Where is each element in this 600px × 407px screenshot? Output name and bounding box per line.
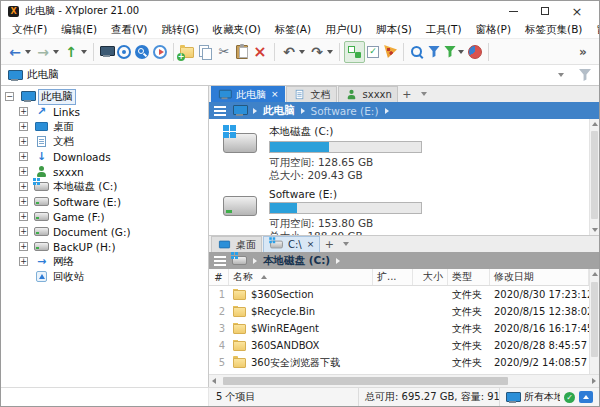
table-row[interactable]: 4360SANDBOX文件夹2020/8/28 8:45:57: [209, 337, 589, 354]
hotlist-button[interactable]: [115, 41, 133, 63]
scrollbar-thumb[interactable]: [591, 131, 598, 219]
paste-button[interactable]: [234, 41, 250, 63]
tree-toggle-button[interactable]: [344, 41, 365, 63]
new-tab-button[interactable]: +: [321, 236, 337, 252]
table-row[interactable]: 3$WinREAgent文件夹2020/8/16 16:17:45: [209, 320, 589, 337]
go-button[interactable]: [151, 41, 169, 63]
tab-list-dropdown-icon[interactable]: [338, 236, 354, 252]
column-header[interactable]: 名称: [229, 269, 373, 285]
tree-item[interactable]: +↓Downloads: [1, 149, 208, 164]
tree-item[interactable]: +Game (F:): [1, 209, 208, 224]
pizza-button[interactable]: [381, 41, 399, 63]
scroll-down-icon[interactable]: [592, 228, 598, 232]
address-dropdown-icon[interactable]: [558, 73, 564, 77]
tree-item[interactable]: +本地磁盘 (C:): [1, 179, 208, 194]
tree-item[interactable]: +→网络: [1, 254, 208, 269]
dropdown-caret-icon[interactable]: [327, 50, 333, 54]
breadcrumb-segment[interactable]: Software (E:): [311, 105, 379, 117]
tab-list-dropdown-icon[interactable]: [416, 86, 432, 102]
menu-item-0[interactable]: 文件(F): [5, 23, 54, 37]
drive-item[interactable]: 本地磁盘 (C:)可用空间: 128.65 GB总大小: 209.43 GB: [209, 119, 589, 182]
table-row[interactable]: 2$Recycle.Bin文件夹2020/8/15 12:38:02: [209, 303, 589, 320]
tree-expander-icon[interactable]: +: [19, 197, 28, 206]
dropdown-caret-icon[interactable]: [25, 50, 31, 54]
breadcrumb-segment[interactable]: 本地磁盘 (C:): [263, 254, 330, 268]
menu-item-8[interactable]: 工具(T): [419, 23, 469, 37]
scroll-right-icon[interactable]: [592, 378, 596, 384]
tree-item[interactable]: +BackUP (H:): [1, 239, 208, 254]
column-header[interactable]: 修改日期: [490, 269, 589, 285]
menu-item-3[interactable]: 跳转(G): [154, 23, 205, 37]
drives-scrollbar[interactable]: [589, 119, 599, 235]
dropdown-caret-icon[interactable]: [81, 50, 87, 54]
file-list-scrollbar[interactable]: [589, 269, 599, 387]
scroll-left-icon[interactable]: [212, 378, 216, 384]
address-input[interactable]: 此电脑: [27, 68, 59, 82]
address-bar[interactable]: 此电脑: [1, 65, 599, 86]
tree-item[interactable]: +Software (E:): [1, 194, 208, 209]
tree-expander-icon[interactable]: +: [19, 152, 28, 161]
scroll-up-icon[interactable]: [592, 122, 598, 126]
tree-item[interactable]: +sxxxn: [1, 164, 208, 179]
dropdown-caret-icon[interactable]: [299, 50, 305, 54]
copy-button[interactable]: [196, 41, 214, 63]
menu-item-1[interactable]: 编辑(E): [54, 23, 104, 37]
table-row[interactable]: 5360安全浏览器下载文件夹2020/9/2 14:08:57: [209, 354, 589, 371]
maximize-button[interactable]: [529, 2, 561, 21]
magnifier-button[interactable]: [408, 41, 426, 63]
tab-inactive[interactable]: 桌面: [211, 236, 262, 252]
computer-button[interactable]: [98, 41, 115, 63]
breadcrumb-segment[interactable]: 此电脑: [263, 104, 295, 118]
tree-item[interactable]: 回收站: [1, 269, 208, 284]
address-filter-icon[interactable]: [579, 69, 591, 81]
tree-expander-icon[interactable]: +: [19, 242, 28, 251]
redo-button[interactable]: ↷: [307, 41, 335, 63]
tree-item[interactable]: +↗Links: [1, 104, 208, 119]
pie-button[interactable]: [466, 41, 484, 63]
checkbox-button[interactable]: ✓: [365, 41, 381, 63]
dropdown-caret-icon[interactable]: [458, 50, 464, 54]
scrollbar-thumb[interactable]: [223, 377, 508, 385]
column-header[interactable]: 类型: [448, 269, 490, 285]
new-tab-button[interactable]: +: [399, 86, 415, 102]
tab-active[interactable]: 此电脑×: [211, 86, 285, 102]
tree-expander-icon[interactable]: +: [19, 257, 28, 266]
tree-expander-icon[interactable]: +: [19, 227, 28, 236]
delete-button[interactable]: ×: [250, 41, 270, 63]
forward-button[interactable]: →: [33, 41, 61, 63]
overflow-button[interactable]: »: [573, 41, 593, 63]
filter-blue-button[interactable]: [426, 41, 442, 63]
menu-hamburger-icon[interactable]: [214, 260, 226, 262]
column-header[interactable]: #: [209, 269, 229, 285]
up-button[interactable]: ↑: [61, 41, 89, 63]
minimize-button[interactable]: [497, 2, 529, 21]
tab-close-icon[interactable]: ×: [307, 240, 315, 249]
tree-expander-icon[interactable]: +: [19, 212, 28, 221]
scrollbar-thumb[interactable]: [591, 282, 598, 357]
table-row[interactable]: 1$360Section文件夹2020/8/30 17:23:12: [209, 286, 589, 303]
tree-expander-icon[interactable]: +: [19, 167, 28, 176]
undo-button[interactable]: ↶: [279, 41, 307, 63]
horizontal-scrollbar[interactable]: [209, 374, 599, 387]
scroll-up-icon[interactable]: [592, 272, 598, 276]
menu-item-2[interactable]: 查看(V): [104, 23, 154, 37]
tree-item[interactable]: +桌面: [1, 119, 208, 134]
tree-expander-icon[interactable]: +: [19, 122, 28, 131]
menu-item-10[interactable]: 标签页集(B): [518, 23, 589, 37]
drive-item[interactable]: Software (E:)可用空间: 153.80 GB总大小: 188.00 …: [209, 182, 589, 236]
tab-inactive[interactable]: sxxxn: [338, 86, 398, 102]
column-header[interactable]: 大小: [413, 269, 448, 285]
tab-close-icon[interactable]: ×: [271, 90, 279, 99]
menu-item-9[interactable]: 窗格(P): [469, 23, 519, 37]
back-button[interactable]: ←: [5, 41, 33, 63]
search-circle-button[interactable]: [133, 41, 151, 63]
filter-green-button[interactable]: [442, 41, 466, 63]
tree-expander-icon[interactable]: −: [5, 92, 14, 101]
dropdown-caret-icon[interactable]: [53, 50, 59, 54]
menu-item-7[interactable]: 脚本(S): [369, 23, 419, 37]
menu-item-6[interactable]: 用户(U): [318, 23, 369, 37]
tree-expander-icon[interactable]: +: [19, 182, 28, 191]
new-folder-button[interactable]: [178, 41, 196, 63]
menu-hamburger-icon[interactable]: [214, 110, 226, 112]
close-button[interactable]: ×: [561, 2, 593, 21]
